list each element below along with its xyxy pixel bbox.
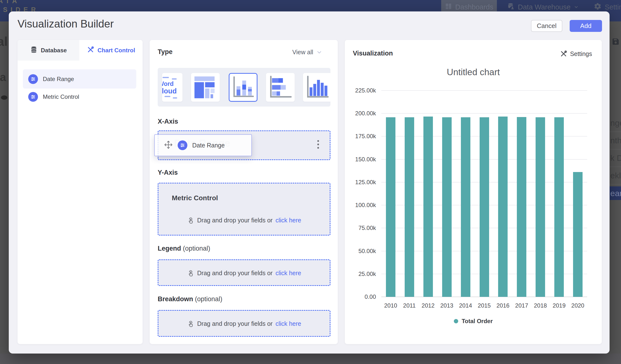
- plot-area: [381, 90, 587, 297]
- backdrop-menu-row: nthly: [610, 132, 621, 149]
- add-button[interactable]: Add: [570, 20, 602, 32]
- click-here-link[interactable]: click here: [276, 217, 301, 224]
- gridline: [381, 90, 587, 91]
- y-axis-inner-title: Metric Control: [172, 194, 218, 202]
- bar-2015: [480, 117, 489, 297]
- drop-instruction: Drag and drop your fields or click here: [158, 269, 330, 277]
- backdrop-menu-row: nge: [610, 114, 621, 132]
- warehouse-database-icon: [507, 3, 515, 12]
- field-item-date-range[interactable]: Date Range: [23, 69, 136, 88]
- field-item-metric-control[interactable]: Metric Control: [23, 88, 136, 105]
- y-tick-label: 50.00k: [345, 248, 376, 255]
- chart-type-word-cloud[interactable]: Word Cloud: [162, 73, 183, 102]
- nav-data-warehouse-label: Data Warehouse: [518, 3, 571, 11]
- y-tick-label: 0.00: [345, 294, 376, 300]
- database-icon: [30, 46, 37, 55]
- word-cloud-word: Cloud: [162, 87, 177, 95]
- field-item-label: Metric Control: [43, 93, 79, 100]
- click-here-link[interactable]: click here: [276, 320, 301, 327]
- tap-hand-icon: [187, 269, 194, 277]
- bar-2013: [442, 117, 452, 297]
- legend-series-label: Total Order: [462, 318, 493, 325]
- tab-chart-control[interactable]: Chart Control: [79, 40, 143, 61]
- word-cloud-mark: [163, 77, 169, 78]
- word-cloud-mark: [173, 97, 177, 99]
- bar-2016: [498, 117, 508, 297]
- bar-2018: [535, 117, 545, 297]
- treemap-icon: [191, 73, 220, 102]
- x-axis-labels: 2010201120122013201420152016201720182019…: [381, 302, 587, 310]
- x-tick-label: 2013: [437, 302, 456, 309]
- tools-icon: [87, 46, 94, 55]
- drop-text: Drag and drop your fields or: [197, 270, 273, 277]
- chart-settings-button[interactable]: Settings: [560, 50, 592, 57]
- chip-label: Date Range: [192, 142, 224, 149]
- gridline: [381, 113, 587, 114]
- backdrop-bullet-dot: [1, 95, 7, 100]
- nav-dashboards-label: Dashboards: [455, 3, 493, 11]
- chevron-down-icon: [574, 3, 579, 11]
- bar-2010: [386, 117, 396, 297]
- kebab-menu-icon[interactable]: [317, 140, 319, 149]
- y-axis-heading: Y-Axis: [158, 168, 178, 177]
- backdrop-bottom-strip: [0, 354, 621, 364]
- word-cloud-mark: [172, 78, 177, 80]
- tune-icon: [28, 92, 38, 102]
- chart-type-column[interactable]: [303, 73, 330, 102]
- dashboard-grid-icon: [445, 3, 452, 12]
- breakdown-optional-label: (optional): [195, 295, 223, 303]
- legend-swatch: [454, 319, 458, 323]
- view-all-button[interactable]: View all: [292, 49, 322, 56]
- nav-settings-label: Settin: [605, 3, 621, 11]
- chart-title: Untitled chart: [345, 67, 602, 77]
- x-tick-label: 2019: [550, 302, 569, 309]
- legend-optional-label: (optional): [183, 245, 210, 252]
- tap-hand-icon: [187, 320, 194, 327]
- breakdown-dropzone[interactable]: Drag and drop your fields or click here: [158, 310, 330, 337]
- y-tick-label: 25.00k: [345, 271, 376, 277]
- view-all-label: View all: [292, 49, 313, 56]
- drop-instruction: Drag and drop your fields or click here: [158, 320, 330, 327]
- y-tick-label: 175.00k: [345, 133, 376, 140]
- stacked-column-icon: [229, 74, 257, 101]
- word-cloud-mark: [165, 96, 170, 97]
- chart-type-stacked-bar[interactable]: [266, 73, 295, 102]
- backdrop-dropdown-fragments: nge nthly k Date ekly ear: [610, 114, 621, 200]
- x-tick-label: 2018: [531, 302, 550, 309]
- click-here-link[interactable]: click here: [276, 270, 301, 277]
- x-tick-label: 2011: [400, 302, 419, 309]
- chart-legend: Total Order: [345, 318, 602, 325]
- chart-type-stacked-column-selected[interactable]: [229, 73, 258, 102]
- date-range-drag-chip[interactable]: Date Range: [154, 134, 252, 156]
- bar-2014: [461, 117, 470, 297]
- bar-2011: [405, 117, 414, 297]
- tab-database[interactable]: Database: [17, 40, 79, 61]
- y-axis-dropzone[interactable]: Metric Control Drag and drop your fields…: [158, 183, 330, 236]
- backdrop-text-fragment-1: al: [0, 34, 8, 49]
- tools-icon: [560, 50, 567, 57]
- bar-2020: [573, 172, 583, 297]
- x-tick-label: 2010: [381, 302, 400, 309]
- x-tick-label: 2015: [475, 302, 494, 309]
- cancel-button[interactable]: Cancel: [531, 20, 562, 32]
- bar-2012: [423, 117, 433, 297]
- gear-icon: [594, 2, 602, 12]
- visualization-panel: Visualization Settings Untitled chart 22…: [345, 40, 602, 344]
- move-icon: [164, 140, 173, 150]
- chart-type-treemap[interactable]: [191, 73, 220, 102]
- x-tick-label: 2020: [569, 302, 587, 309]
- visualization-heading: Visualization: [353, 50, 393, 57]
- drop-text: Drag and drop your fields or: [197, 320, 273, 327]
- save-icon: [611, 36, 620, 47]
- legend-dropzone[interactable]: Drag and drop your fields or click here: [158, 259, 330, 286]
- bar-2019: [554, 117, 564, 297]
- chart-type-strip: Word Cloud: [158, 68, 330, 106]
- chart-settings-label: Settings: [570, 50, 592, 57]
- backdrop-menu-row: ekly: [610, 167, 621, 184]
- drop-text: Drag and drop your fields or: [197, 217, 273, 224]
- y-axis-labels: 225.00k200.00k175.00k150.00k125.00k100.0…: [345, 90, 376, 297]
- legend-heading-label: Legend: [158, 245, 181, 252]
- backdrop-text-fragment-2: ta: [0, 70, 6, 84]
- y-tick-label: 75.00k: [345, 225, 376, 231]
- cancel-button-label: Cancel: [537, 22, 556, 30]
